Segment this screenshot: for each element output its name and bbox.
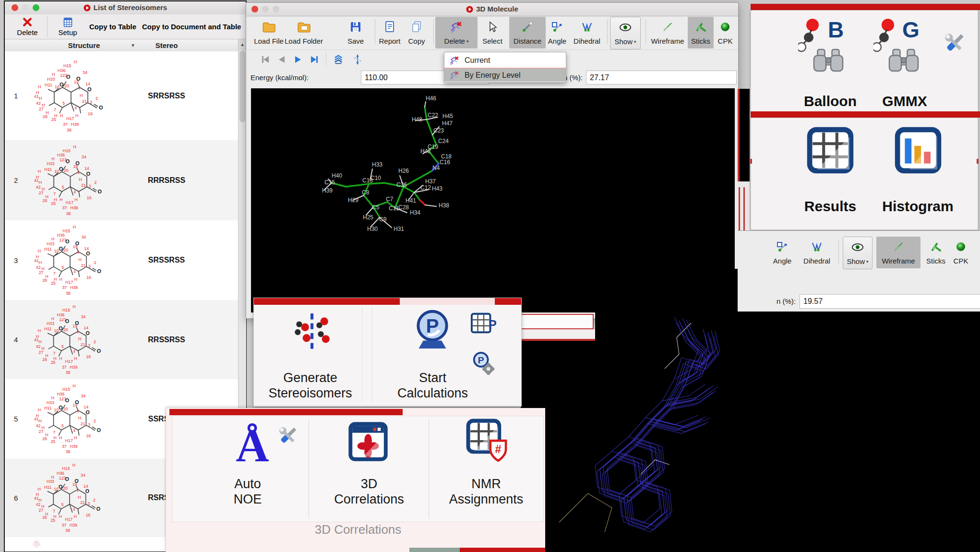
svg-text:4: 4 <box>73 507 75 512</box>
svg-text:5: 5 <box>61 423 64 428</box>
svg-text:10: 10 <box>55 84 60 89</box>
population-field[interactable]: 27.17 <box>586 71 737 84</box>
stereoisomer-row[interactable]: 4HH15H3634H123H33H111914H10201H41H42H221… <box>5 300 238 380</box>
svg-text:14: 14 <box>84 405 89 409</box>
svg-text:10: 10 <box>54 408 59 412</box>
cpk-button[interactable]: CPK <box>949 237 972 268</box>
window-conformer-overlay: Angle Dihedral Show▾ Wireframe Sticks CP… <box>738 230 980 552</box>
settings-tools-icon[interactable] <box>942 31 967 56</box>
svg-text:2: 2 <box>40 544 40 544</box>
stereoisomer-row[interactable]: 2HH15H3634H123H33H111914H10201H41H42H221… <box>5 140 238 221</box>
wireframe-button[interactable]: Wireframe <box>647 17 688 48</box>
delete-button[interactable]: Delete▾ <box>435 17 478 48</box>
svg-text:H: H <box>59 356 62 361</box>
scrollbar-up-arrow[interactable]: ▲ <box>239 39 246 49</box>
next-button[interactable] <box>292 54 304 65</box>
dihedral-button[interactable]: Dihedral <box>569 17 605 48</box>
svg-text:H40: H40 <box>332 172 342 179</box>
stereoisomer-row[interactable]: 1HH15H3634H123H33H111914H10201H41H42H221… <box>5 51 238 141</box>
svg-text:10: 10 <box>54 249 59 253</box>
delete-button[interactable]: Delete <box>12 15 43 38</box>
column-header-stereo[interactable]: Stereo <box>140 39 193 51</box>
svg-text:14: 14 <box>84 484 88 489</box>
save-button[interactable]: Save <box>339 17 372 48</box>
dihedral-icon <box>811 240 823 253</box>
menu-item-by-energy-level[interactable]: By Energy Level <box>444 68 566 82</box>
svg-text:H41: H41 <box>406 197 416 204</box>
svg-text:3: 3 <box>90 100 92 105</box>
show-button[interactable]: Show▾ <box>843 237 872 269</box>
histogram-button[interactable]: Histogram <box>873 124 962 225</box>
nmr-assignments-button[interactable]: NMRAssignments <box>431 418 541 519</box>
svg-text:H: H <box>37 546 38 546</box>
generate-stereoisomers-button[interactable]: GenerateStereoisomers <box>259 307 362 403</box>
svg-text:4: 4 <box>74 106 77 110</box>
results-button[interactable]: Results <box>780 124 881 225</box>
menu-item-current[interactable]: Current <box>444 54 566 67</box>
auto-noe-button[interactable]: Å AutoNOE <box>185 418 305 519</box>
svg-text:1: 1 <box>77 408 79 413</box>
wireframe-button[interactable]: Wireframe <box>876 237 920 268</box>
molecule-window-titlebar[interactable]: 3D Molecule <box>246 3 738 16</box>
svg-text:H: H <box>51 316 54 321</box>
svg-text:O: O <box>59 484 62 490</box>
distance-button[interactable]: Distance <box>509 17 546 48</box>
svg-text:C28: C28 <box>398 204 409 211</box>
svg-text:O: O <box>60 82 64 87</box>
sticks-button[interactable]: Sticks <box>922 237 949 268</box>
copy-button[interactable]: Copy <box>401 17 432 48</box>
svg-text:4: 4 <box>37 545 38 545</box>
sticks-button[interactable]: Sticks <box>688 17 714 48</box>
superpose-icon[interactable] <box>333 54 344 65</box>
svg-text:H: H <box>74 356 77 361</box>
svg-text:42: 42 <box>36 185 41 190</box>
cpk-button[interactable]: CPK <box>714 17 737 48</box>
svg-text:38: 38 <box>65 528 70 533</box>
calculation-settings-icon[interactable] <box>471 350 497 377</box>
angle-button[interactable]: Angle <box>542 17 573 48</box>
svg-text:C9: C9 <box>379 216 387 223</box>
balloon-icon: B <box>798 17 860 77</box>
svg-text:5: 5 <box>62 185 64 190</box>
svg-text:5: 5 <box>61 502 64 507</box>
copy-to-document-button[interactable]: Copy to Document and Table <box>140 14 243 39</box>
report-document-icon <box>383 21 396 33</box>
svg-text:4: 4 <box>73 269 76 274</box>
svg-text:37: 37 <box>63 122 68 127</box>
histogram-icon <box>895 127 942 174</box>
scrollbar-thumb[interactable] <box>239 50 245 122</box>
overlay-3d-viewport[interactable] <box>738 312 980 552</box>
show-button[interactable]: Show▾ <box>610 17 641 49</box>
dihedral-button[interactable]: Dihedral <box>798 237 836 268</box>
distribute-icon[interactable] <box>352 54 363 65</box>
balloon-button[interactable]: B Balloon <box>785 16 876 108</box>
results-table-icon <box>807 127 854 174</box>
svg-text:26: 26 <box>42 357 47 362</box>
setup-button[interactable]: Setup <box>53 15 83 38</box>
row-number: 1 <box>12 51 30 140</box>
previous-button[interactable] <box>276 54 287 65</box>
dropdown-caret: ▾ <box>866 259 869 264</box>
3d-correlations-button[interactable]: 3DCorrelations <box>311 418 427 519</box>
first-button[interactable] <box>260 54 271 65</box>
svg-text:O: O <box>85 488 89 494</box>
sort-filter-icon[interactable]: ▼ <box>131 43 135 48</box>
column-header-structure[interactable]: Structure▼ <box>28 39 141 51</box>
select-button[interactable]: Select <box>478 17 507 48</box>
results-table-mini-icon[interactable] <box>471 312 497 335</box>
gmmx-button[interactable]: G GMMX <box>866 16 943 108</box>
load-folder-button[interactable]: Load Folder <box>282 17 326 48</box>
svg-text:16: 16 <box>87 195 92 200</box>
svg-text:41: 41 <box>34 94 39 99</box>
conformer-viewport[interactable] <box>595 269 738 552</box>
angle-button[interactable]: Angle <box>766 237 798 268</box>
list-window-titlebar[interactable]: List of Stereoisomers <box>5 1 246 15</box>
last-button[interactable] <box>309 54 320 65</box>
stereoisomer-row[interactable]: 3HH15H3634H123H33H111914H10201H41H42H221… <box>5 220 238 300</box>
svg-text:H17: H17 <box>66 200 73 205</box>
svg-text:O: O <box>66 74 71 80</box>
population-field[interactable]: 19.57 <box>800 294 980 309</box>
svg-text:H11: H11 <box>44 485 51 490</box>
svg-text:H: H <box>38 408 41 412</box>
copy-to-table-button[interactable]: Copy to Table <box>85 14 140 39</box>
